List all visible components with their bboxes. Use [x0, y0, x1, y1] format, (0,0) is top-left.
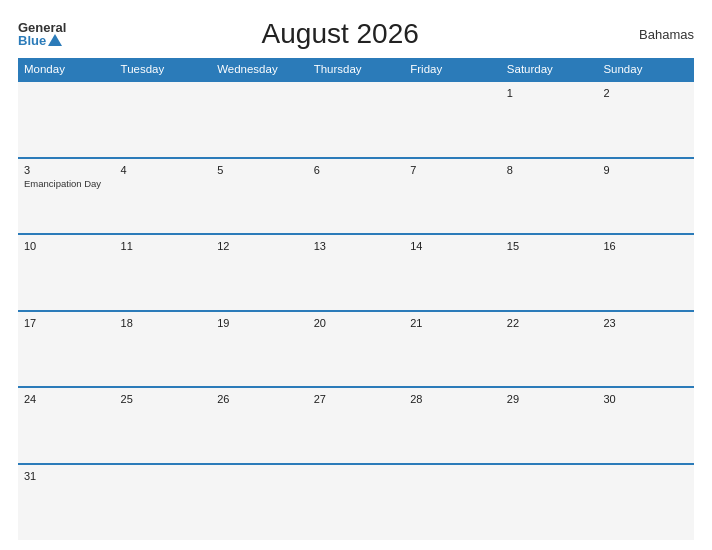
calendar-cell	[404, 81, 501, 158]
day-number: 16	[603, 240, 688, 252]
day-number: 7	[410, 164, 495, 176]
calendar-week-row: 3Emancipation Day456789	[18, 158, 694, 235]
country-name: Bahamas	[614, 27, 694, 42]
calendar-cell: 8	[501, 158, 598, 235]
calendar-cell: 23	[597, 311, 694, 388]
calendar-cell	[308, 81, 405, 158]
calendar-cell: 30	[597, 387, 694, 464]
calendar-cell	[404, 464, 501, 541]
day-number: 1	[507, 87, 592, 99]
calendar-cell: 24	[18, 387, 115, 464]
day-number: 4	[121, 164, 206, 176]
logo: General Blue	[18, 21, 66, 47]
day-number: 18	[121, 317, 206, 329]
calendar-cell: 5	[211, 158, 308, 235]
day-number: 31	[24, 470, 109, 482]
calendar-week-row: 31	[18, 464, 694, 541]
header-saturday: Saturday	[501, 58, 598, 81]
day-number: 22	[507, 317, 592, 329]
calendar-cell: 10	[18, 234, 115, 311]
calendar-cell: 17	[18, 311, 115, 388]
calendar-page: General Blue August 2026 Bahamas Monday …	[0, 0, 712, 550]
holiday-label: Emancipation Day	[24, 178, 109, 189]
day-number: 2	[603, 87, 688, 99]
day-number: 11	[121, 240, 206, 252]
day-number: 25	[121, 393, 206, 405]
calendar-cell: 14	[404, 234, 501, 311]
calendar-cell: 28	[404, 387, 501, 464]
calendar-cell	[597, 464, 694, 541]
calendar-cell	[18, 81, 115, 158]
calendar-cell	[308, 464, 405, 541]
calendar-cell: 13	[308, 234, 405, 311]
calendar-cell: 6	[308, 158, 405, 235]
calendar-cell: 20	[308, 311, 405, 388]
day-number: 14	[410, 240, 495, 252]
day-number: 28	[410, 393, 495, 405]
calendar-cell: 9	[597, 158, 694, 235]
day-number: 9	[603, 164, 688, 176]
calendar-cell: 29	[501, 387, 598, 464]
day-number: 20	[314, 317, 399, 329]
calendar-cell: 11	[115, 234, 212, 311]
calendar-cell: 2	[597, 81, 694, 158]
day-number: 23	[603, 317, 688, 329]
calendar-cell: 16	[597, 234, 694, 311]
day-number: 21	[410, 317, 495, 329]
calendar-cell: 31	[18, 464, 115, 541]
day-number: 26	[217, 393, 302, 405]
calendar-cell	[211, 81, 308, 158]
day-number: 12	[217, 240, 302, 252]
header-tuesday: Tuesday	[115, 58, 212, 81]
day-number: 13	[314, 240, 399, 252]
header-wednesday: Wednesday	[211, 58, 308, 81]
weekday-header-row: Monday Tuesday Wednesday Thursday Friday…	[18, 58, 694, 81]
calendar-week-row: 12	[18, 81, 694, 158]
day-number: 27	[314, 393, 399, 405]
calendar-cell: 7	[404, 158, 501, 235]
calendar-cell: 15	[501, 234, 598, 311]
day-number: 5	[217, 164, 302, 176]
logo-triangle-icon	[48, 34, 62, 46]
day-number: 19	[217, 317, 302, 329]
day-number: 3	[24, 164, 109, 176]
day-number: 24	[24, 393, 109, 405]
calendar-cell	[501, 464, 598, 541]
day-number: 29	[507, 393, 592, 405]
calendar-cell: 21	[404, 311, 501, 388]
calendar-cell: 22	[501, 311, 598, 388]
calendar-cell	[211, 464, 308, 541]
header-friday: Friday	[404, 58, 501, 81]
calendar-cell: 12	[211, 234, 308, 311]
day-number: 15	[507, 240, 592, 252]
header: General Blue August 2026 Bahamas	[18, 18, 694, 50]
calendar-cell: 25	[115, 387, 212, 464]
day-number: 17	[24, 317, 109, 329]
logo-blue-text: Blue	[18, 34, 66, 47]
calendar-cell	[115, 464, 212, 541]
header-thursday: Thursday	[308, 58, 405, 81]
calendar-cell: 3Emancipation Day	[18, 158, 115, 235]
day-number: 30	[603, 393, 688, 405]
calendar-table: Monday Tuesday Wednesday Thursday Friday…	[18, 58, 694, 540]
calendar-title: August 2026	[66, 18, 614, 50]
calendar-week-row: 24252627282930	[18, 387, 694, 464]
day-number: 10	[24, 240, 109, 252]
calendar-cell	[115, 81, 212, 158]
header-sunday: Sunday	[597, 58, 694, 81]
calendar-cell: 27	[308, 387, 405, 464]
calendar-cell: 19	[211, 311, 308, 388]
calendar-cell: 26	[211, 387, 308, 464]
calendar-week-row: 10111213141516	[18, 234, 694, 311]
calendar-week-row: 17181920212223	[18, 311, 694, 388]
header-monday: Monday	[18, 58, 115, 81]
calendar-cell: 1	[501, 81, 598, 158]
calendar-cell: 4	[115, 158, 212, 235]
day-number: 8	[507, 164, 592, 176]
calendar-cell: 18	[115, 311, 212, 388]
day-number: 6	[314, 164, 399, 176]
